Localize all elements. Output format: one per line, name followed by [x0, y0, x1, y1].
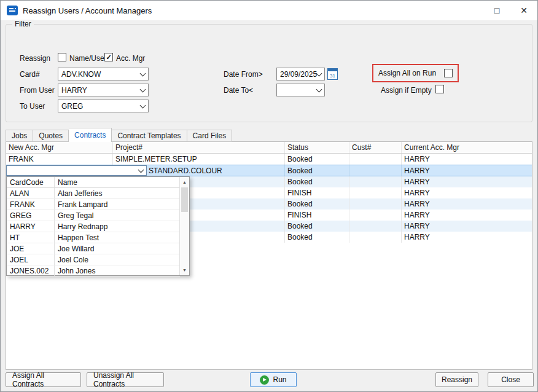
play-icon [260, 375, 269, 385]
chevron-down-icon[interactable] [136, 166, 146, 175]
tab-contract-templates[interactable]: Contract Templates [112, 130, 187, 142]
run-button[interactable]: Run [250, 372, 297, 387]
list-item[interactable]: GREG Greg Tegal [7, 210, 180, 221]
cell-project: SIMPLE.METER.SETUP [113, 154, 285, 165]
assign-if-empty-checkbox[interactable] [435, 85, 444, 93]
from-user-combobox[interactable]: HARRY [58, 84, 149, 96]
cell-status: Booked [285, 154, 349, 165]
column-header-project[interactable]: Project# [113, 142, 285, 153]
close-button[interactable]: Close [488, 372, 534, 387]
list-item[interactable]: JOEL Joel Cole [7, 254, 180, 265]
lookup-name: Joel Cole [55, 254, 180, 265]
cell-current: HARRY [402, 154, 532, 165]
date-from-combobox[interactable]: 29/09/2025 [276, 68, 325, 80]
cell-cust [349, 232, 402, 243]
lookup-name: Greg Tegal [55, 210, 180, 221]
date-from-value: 29/09/2025 [280, 70, 317, 79]
cell-status: Booked [285, 165, 349, 176]
cell-status: Booked [285, 176, 349, 187]
assign-all-on-run-highlight: Assign All on Run [372, 64, 459, 82]
list-item[interactable]: HARRY Harry Rednapp [7, 221, 180, 232]
card-label: Card# [20, 70, 40, 79]
maximize-button[interactable]: □ [483, 1, 510, 20]
tab-quotes[interactable]: Quotes [33, 130, 69, 142]
title-bar: Reassign Users / Account Managers □ ✕ [1, 1, 537, 20]
list-item[interactable]: FRANK Frank Lampard [7, 199, 180, 210]
to-user-combobox[interactable]: GREG [58, 100, 149, 112]
column-header-current-acc-mgr[interactable]: Current Acc. Mgr [402, 142, 532, 153]
lookup-code: JONES.002 [7, 265, 55, 276]
close-icon[interactable]: ✕ [510, 1, 537, 20]
chevron-down-icon[interactable] [138, 68, 148, 80]
chevron-down-icon[interactable] [138, 84, 148, 96]
cell-cust [349, 187, 402, 198]
name-user-checkbox[interactable] [58, 53, 66, 61]
cell-current: HARRY [402, 210, 532, 221]
name-user-label: Name/User [69, 54, 107, 63]
lookup-column-name: Name [55, 177, 180, 187]
reassign-button[interactable]: Reassign [435, 372, 478, 387]
chevron-down-icon[interactable] [314, 84, 324, 96]
column-header-new-acc-mgr[interactable]: New Acc. Mgr [6, 142, 113, 153]
to-user-label: To User [20, 102, 45, 111]
lookup-name: Harry Rednapp [55, 221, 180, 232]
scrollbar[interactable]: ▲ ▼ [179, 177, 189, 275]
list-item[interactable]: ALAN Alan Jefferies [7, 188, 180, 199]
tab-contracts[interactable]: Contracts [69, 128, 112, 142]
list-item[interactable]: HT Happen Test [7, 232, 180, 243]
lookup-name: Happen Test [55, 232, 180, 243]
lookup-name: Joe Willard [55, 243, 180, 254]
cell-status: Booked [285, 198, 349, 210]
table-row-selected[interactable]: STANDARD.COLOUR Booked HARRY [6, 165, 532, 176]
lookup-name: Frank Lampard [55, 199, 180, 210]
new-acc-mgr-editor-combobox[interactable] [6, 165, 147, 176]
scrollbar-thumb[interactable] [181, 187, 188, 212]
scroll-up-icon[interactable]: ▲ [180, 178, 189, 187]
card-combobox[interactable]: ADV.KNOW [58, 68, 149, 80]
table-header-row: New Acc. Mgr Project# Status Cust# Curre… [6, 142, 532, 154]
cell-current: HARRY [402, 198, 532, 210]
dialog-window: Reassign Users / Account Managers □ ✕ Fi… [0, 0, 538, 392]
filter-legend: Filter [12, 20, 34, 28]
assign-if-empty-label: Assign if Empty [381, 86, 432, 95]
cell-cust [349, 210, 402, 221]
from-user-label: From User [20, 86, 55, 95]
lookup-code: JOEL [7, 254, 55, 265]
assign-all-on-run-checkbox[interactable] [444, 69, 453, 77]
cell-status: FINISH [285, 187, 349, 198]
lookup-code: HARRY [7, 221, 55, 232]
date-to-combobox[interactable] [276, 84, 325, 96]
run-button-label: Run [273, 375, 286, 384]
cell-current: HARRY [402, 187, 532, 198]
list-item[interactable]: JONES.002 John Jones [7, 265, 180, 276]
tab-card-files[interactable]: Card Files [187, 130, 233, 142]
acc-mgr-label: Acc. Mgr [116, 54, 145, 63]
cell-cust [349, 176, 402, 187]
unassign-all-contracts-button[interactable]: Unassign All Contracts [87, 372, 164, 387]
cell-cust [349, 198, 402, 210]
cell-current: HARRY [402, 221, 532, 232]
table-row[interactable]: FRANK SIMPLE.METER.SETUP Booked HARRY [6, 154, 532, 165]
chevron-down-icon[interactable] [138, 100, 148, 112]
chevron-down-icon[interactable] [314, 68, 324, 80]
filter-group: Filter Reassign Name/User ✓ Acc. Mgr Car… [6, 24, 532, 122]
tab-jobs[interactable]: Jobs [6, 130, 33, 142]
column-header-cust[interactable]: Cust# [349, 142, 402, 153]
cell-current: HARRY [402, 176, 532, 187]
scroll-down-icon[interactable]: ▼ [180, 265, 189, 275]
card-lookup-dropdown: CardCode Name ALAN Alan Jefferies FRANK … [6, 176, 190, 276]
acc-mgr-checkbox[interactable]: ✓ [104, 53, 113, 61]
cell-current: HARRY [402, 165, 532, 176]
lookup-column-cardcode: CardCode [7, 177, 55, 187]
lookup-code: ALAN [7, 188, 55, 198]
calendar-icon[interactable]: 31 [327, 68, 338, 80]
lookup-name: John Jones [55, 265, 180, 276]
assign-all-contracts-button[interactable]: Assign All Contracts [6, 372, 81, 387]
lookup-header-row: CardCode Name [7, 177, 180, 188]
list-item[interactable]: JOE Joe Willard [7, 243, 180, 254]
lookup-code: HT [7, 232, 55, 243]
assign-all-on-run-label: Assign All on Run [378, 69, 436, 77]
cell-status: Booked [285, 232, 349, 243]
column-header-status[interactable]: Status [285, 142, 349, 153]
lookup-code: JOE [7, 243, 55, 254]
